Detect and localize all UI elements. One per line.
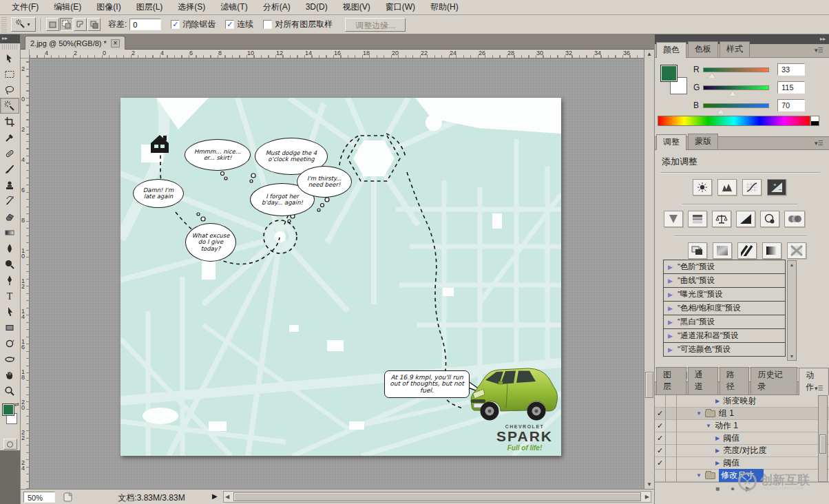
black-white-icon[interactable] <box>736 211 755 227</box>
gradient-map-icon[interactable] <box>762 242 781 259</box>
menu-item[interactable]: 窗口(W) <box>378 0 423 14</box>
expand-triangle-icon[interactable]: ▶ <box>668 264 673 271</box>
photo-filter-icon[interactable] <box>760 211 779 227</box>
toggle-cell[interactable]: ✓ <box>655 408 666 420</box>
contiguous-checkbox[interactable]: ✓连续 <box>225 19 253 30</box>
tab-history[interactable]: 历史记录 <box>751 367 797 395</box>
scroll-up-icon[interactable]: ▲ <box>788 262 796 267</box>
toggle-cell[interactable] <box>655 470 666 482</box>
posterize-icon[interactable] <box>713 242 732 259</box>
expand-triangle-icon[interactable]: ▶ <box>715 448 720 454</box>
action-item[interactable]: ✓ ▶ 阈值 <box>655 432 829 445</box>
action-item[interactable]: ✓ ▶ 阈值 <box>655 457 829 470</box>
dialog-cell[interactable] <box>666 457 677 470</box>
type-tool[interactable]: T <box>0 288 19 304</box>
magic-wand-tool[interactable] <box>0 98 19 114</box>
refine-edge-button[interactable]: 调整边缘... <box>345 18 406 32</box>
tab-layers[interactable]: 图层 <box>656 367 686 395</box>
blue-value[interactable]: 70 <box>777 99 805 112</box>
selective-color-icon[interactable] <box>787 242 806 259</box>
expand-triangle-icon[interactable]: ▶ <box>668 346 673 353</box>
gradient-tool[interactable] <box>0 224 19 240</box>
hue-saturation-icon[interactable] <box>688 211 707 227</box>
tab-styles[interactable]: 样式 <box>720 41 750 57</box>
rectangular-marquee-tool[interactable] <box>0 66 19 82</box>
scroll-down-icon[interactable]: ▼ <box>788 354 796 359</box>
tab-adjustments[interactable]: 调整 <box>656 134 686 150</box>
lasso-tool[interactable] <box>0 82 19 98</box>
status-popup-icon[interactable]: ▶ <box>212 492 218 500</box>
menu-item[interactable]: 滤镜(T) <box>213 0 255 14</box>
expand-triangle-icon[interactable]: ▶ <box>715 460 720 466</box>
preset-row[interactable]: ▶"通道混和器"预设 <box>663 328 786 343</box>
color-spectrum-ramp[interactable] <box>658 116 810 126</box>
dodge-tool[interactable] <box>0 256 19 272</box>
green-value[interactable]: 115 <box>777 81 805 94</box>
brightness-contrast-icon[interactable] <box>693 179 712 196</box>
toggle-cell[interactable]: ✓ <box>655 457 666 470</box>
stop-icon[interactable]: ■ <box>715 485 720 492</box>
collapse-triangle-icon[interactable]: ▼ <box>706 423 711 429</box>
quick-mask-button[interactable] <box>3 439 17 450</box>
panel-menu-icon[interactable]: ▾☰ <box>815 140 826 147</box>
scroll-up-icon[interactable]: ▲ <box>645 50 653 59</box>
channel-mixer-icon[interactable] <box>784 211 805 227</box>
crop-tool[interactable] <box>0 114 19 129</box>
menu-item[interactable]: 文件(F) <box>4 0 46 14</box>
spot-healing-brush-tool[interactable] <box>0 145 19 161</box>
toggle-cell[interactable]: ✓ <box>655 420 666 432</box>
actions-scrollbar[interactable] <box>818 395 828 482</box>
dialog-cell[interactable] <box>666 420 677 432</box>
menu-item[interactable]: 编辑(E) <box>46 0 89 14</box>
preset-row[interactable]: ▶"黑白"预设 <box>663 315 786 329</box>
action-item[interactable]: ✓ ▼ 动作 1 <box>655 420 829 432</box>
preset-row[interactable]: ▶"曲线"预设 <box>663 273 786 288</box>
red-value[interactable]: 33 <box>777 63 805 76</box>
tab-channels[interactable]: 通道 <box>688 367 718 395</box>
tab-color[interactable]: 颜色 <box>656 42 686 58</box>
red-slider[interactable] <box>703 67 769 72</box>
tab-paths[interactable]: 路径 <box>720 367 750 395</box>
scroll-down-icon[interactable]: ▼ <box>645 480 653 489</box>
vertical-scroll-thumb[interactable] <box>645 372 653 398</box>
brush-tool[interactable] <box>0 161 19 177</box>
dialog-cell[interactable] <box>666 445 677 457</box>
eraser-tool[interactable] <box>0 209 19 224</box>
curves-icon[interactable] <box>742 179 762 196</box>
panel-menu-icon[interactable]: ▾☰ <box>815 385 826 392</box>
actions-scroll-thumb[interactable] <box>819 434 826 454</box>
pen-tool[interactable] <box>0 272 19 288</box>
history-brush-tool[interactable] <box>0 193 19 209</box>
foreground-color-swatch[interactable] <box>2 403 14 416</box>
menu-item[interactable]: 3D(D) <box>298 0 335 14</box>
canvas-image[interactable]: Damn! I'm late again Hmmm... nice... er.… <box>120 98 561 456</box>
expand-triangle-icon[interactable]: ▶ <box>715 398 720 404</box>
tab-swatches[interactable]: 色板 <box>688 41 718 57</box>
blue-slider[interactable] <box>703 103 769 108</box>
swap-colors-icon[interactable]: ⇄ <box>14 401 19 408</box>
dialog-cell[interactable] <box>666 432 677 445</box>
preset-row[interactable]: ▶"色相/饱和度"预设 <box>663 301 786 315</box>
slider-thumb-icon[interactable] <box>709 73 715 78</box>
3d-rotate-tool[interactable] <box>0 335 19 351</box>
tool-preset-button[interactable]: ▼ <box>11 17 36 32</box>
preset-row[interactable]: ▶"可选颜色"预设 <box>663 342 786 357</box>
close-icon[interactable]: × <box>111 39 120 48</box>
exposure-icon[interactable]: +− <box>767 179 786 196</box>
dialog-cell[interactable] <box>666 470 677 482</box>
color-balance-icon[interactable] <box>712 211 731 227</box>
preset-row[interactable]: ▶"曝光度"预设 <box>663 287 786 302</box>
menu-item[interactable]: 选择(S) <box>170 0 213 14</box>
zoom-tool[interactable] <box>0 383 19 399</box>
tolerance-input[interactable] <box>129 19 161 30</box>
expand-triangle-icon[interactable]: ▶ <box>715 435 720 441</box>
menu-item[interactable]: 帮助(H) <box>423 0 466 14</box>
blur-tool[interactable] <box>0 240 19 256</box>
toggle-cell[interactable] <box>655 395 666 408</box>
path-selection-tool[interactable] <box>0 304 19 319</box>
subtract-from-selection-button[interactable] <box>74 18 87 31</box>
collapse-triangle-icon[interactable]: ▼ <box>696 472 702 479</box>
hand-tool[interactable] <box>0 367 19 383</box>
toolbox-collapse-button[interactable]: ▸▸ <box>0 34 20 43</box>
dialog-cell[interactable] <box>666 395 677 408</box>
